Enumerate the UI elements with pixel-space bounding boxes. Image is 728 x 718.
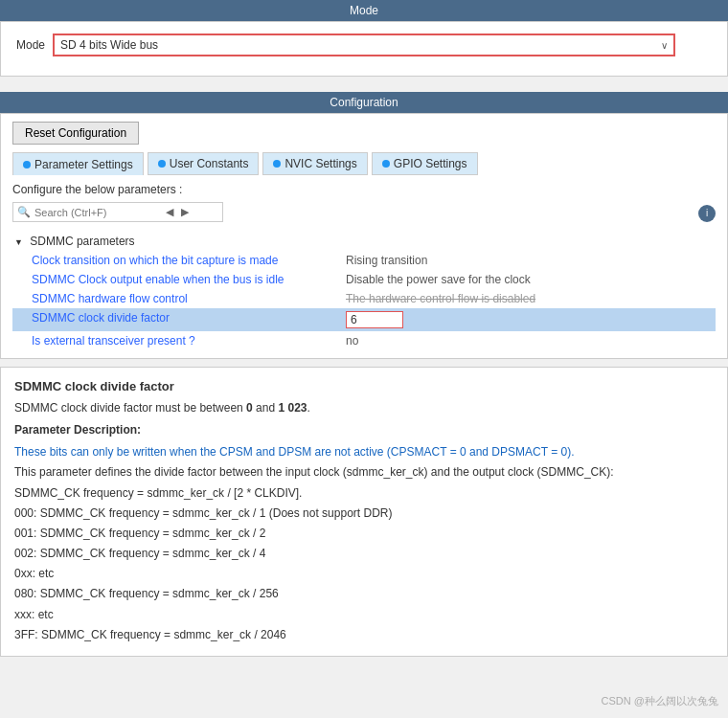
- param-row[interactable]: Is external transceiver present ? no: [12, 331, 716, 350]
- tab-dot-gpio: [382, 160, 390, 168]
- desc-subtitle: SDMMC clock divide factor must be betwee…: [14, 399, 714, 417]
- desc-line-2: SDMMC_CK frequency = sdmmc_ker_ck / [2 *…: [14, 484, 714, 503]
- desc-line-1: This parameter defines the divide factor…: [14, 463, 714, 482]
- param-row[interactable]: SDMMC hardware flow control The hardware…: [12, 289, 716, 308]
- param-row[interactable]: Clock transition on which the bit captur…: [12, 251, 716, 270]
- mode-select-value: SD 4 bits Wide bus: [60, 38, 661, 52]
- desc-param-label: Parameter Description:: [14, 421, 714, 439]
- search-row: 🔍 ◀ ▶: [12, 202, 223, 222]
- desc-line-4: 001: SDMMC_CK frequency = sdmmc_ker_ck /…: [14, 525, 714, 543]
- info-button[interactable]: i: [698, 205, 716, 222]
- desc-line-3: 000: SDMMC_CK frequency = sdmmc_ker_ck /…: [14, 505, 714, 523]
- chevron-icon: ▼: [14, 237, 23, 247]
- param-value: The hardware control flow is disabled: [338, 289, 716, 308]
- desc-line-7: 080: SDMMC_CK frequency = sdmmc_ker_ck /…: [14, 585, 714, 603]
- params-group-header: ▼ SDMMC parameters: [12, 232, 716, 251]
- tab-parameter-settings[interactable]: Parameter Settings: [12, 152, 144, 175]
- params-group: ▼ SDMMC parameters Clock transition on w…: [12, 232, 716, 350]
- param-value-input[interactable]: [346, 311, 403, 328]
- desc-line-6: 0xx: etc: [14, 565, 714, 583]
- tab-dot-parameter: [23, 161, 31, 168]
- tabs-row: Parameter Settings User Constants NVIC S…: [12, 152, 716, 175]
- search-icon: 🔍: [17, 206, 31, 218]
- param-value-editable[interactable]: [338, 308, 716, 331]
- watermark: CSDN @种么阔以次兔兔: [602, 694, 718, 708]
- configure-label: Configure the below parameters :: [12, 183, 716, 196]
- tab-user-constants[interactable]: User Constants: [148, 152, 260, 175]
- param-name: Clock transition on which the bit captur…: [12, 251, 338, 270]
- search-prev-button[interactable]: ◀: [163, 205, 176, 219]
- param-name: SDMMC clock divide factor: [12, 308, 338, 331]
- param-value: Rising transition: [338, 251, 716, 270]
- tab-gpio-settings[interactable]: GPIO Settings: [372, 152, 478, 175]
- param-value: Disable the power save for the clock: [338, 270, 716, 289]
- param-name: SDMMC hardware flow control: [12, 289, 338, 308]
- config-header: Configuration: [0, 92, 728, 113]
- config-section: Reset Configuration Parameter Settings U…: [0, 113, 728, 359]
- desc-title: SDMMC clock divide factor: [14, 377, 714, 397]
- param-value: no: [338, 331, 716, 350]
- mode-select[interactable]: SD 4 bits Wide bus ∨: [53, 34, 675, 56]
- mode-section: Mode SD 4 bits Wide bus ∨: [0, 21, 728, 77]
- description-box: SDMMC clock divide factor SDMMC clock di…: [0, 367, 728, 657]
- desc-line-8: xxx: etc: [14, 606, 714, 624]
- tab-nvic-settings[interactable]: NVIC Settings: [262, 152, 367, 175]
- desc-line-5: 002: SDMMC_CK frequency = sdmmc_ker_ck /…: [14, 545, 714, 563]
- desc-line-0: These bits can only be written when the …: [14, 443, 714, 461]
- tab-dot-nvic: [273, 160, 281, 168]
- tab-dot-user: [158, 160, 166, 168]
- search-area: 🔍 ◀ ▶ i: [12, 202, 716, 226]
- param-name: SDMMC Clock output enable when the bus i…: [12, 270, 338, 289]
- search-next-button[interactable]: ▶: [178, 205, 192, 219]
- reset-config-button[interactable]: Reset Configuration: [12, 122, 139, 145]
- search-input[interactable]: [34, 207, 159, 218]
- desc-line-9: 3FF: SDMMC_CK frequency = sdmmc_ker_ck /…: [14, 626, 714, 644]
- param-row-selected[interactable]: SDMMC clock divide factor: [12, 308, 716, 331]
- mode-dropdown-arrow: ∨: [661, 40, 668, 51]
- param-name: Is external transceiver present ?: [12, 331, 338, 350]
- search-nav: ◀ ▶: [163, 205, 192, 219]
- mode-header: Mode: [0, 0, 728, 21]
- mode-label: Mode: [16, 38, 45, 52]
- param-row[interactable]: SDMMC Clock output enable when the bus i…: [12, 270, 716, 289]
